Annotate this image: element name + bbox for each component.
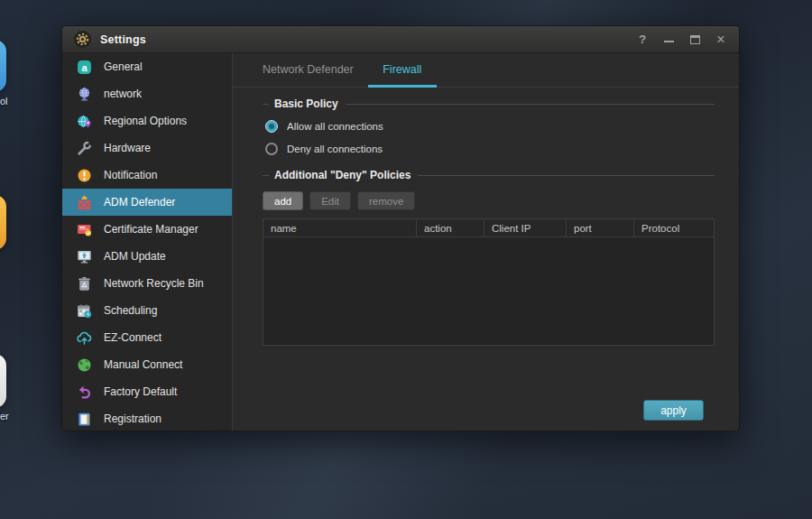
minimize-icon[interactable] — [662, 33, 675, 46]
sidebar-item-adm-update[interactable]: ADM Update — [62, 243, 232, 270]
deny-policy-toolbar: add Edit remove — [263, 191, 715, 210]
network-globe-icon — [77, 87, 92, 102]
factory-default-icon — [77, 385, 92, 400]
apply-button[interactable]: apply — [643, 400, 704, 421]
sidebar-item-label: Scheduling — [104, 304, 157, 317]
sidebar-item-label: General — [104, 60, 143, 73]
radio-label: Deny all connections — [287, 144, 383, 154]
desktop-shortcut-label: er — [0, 411, 9, 422]
desktop-shortcut-label: ol — [0, 96, 8, 107]
settings-window: Settings ? × a General network — [61, 25, 740, 431]
edit-button[interactable]: Edit — [309, 191, 351, 210]
sidebar-item-regional-options[interactable]: Regional Options — [62, 107, 232, 134]
sidebar-item-label: ADM Defender — [104, 196, 175, 209]
column-header-client-ip[interactable]: Client IP — [484, 219, 567, 236]
settings-gear-icon — [74, 31, 91, 48]
column-header-name[interactable]: name — [263, 219, 417, 236]
window-title: Settings — [100, 33, 146, 46]
tab-network-defender[interactable]: Network Defender — [248, 53, 368, 88]
sidebar-item-manual-connect[interactable]: Manual Connect — [62, 351, 232, 378]
window-body: a General network Regional Options — [62, 53, 739, 431]
sidebar-item-factory-default[interactable]: Factory Default — [62, 378, 232, 405]
sidebar-item-label: EZ-Connect — [104, 331, 161, 344]
tab-firewall[interactable]: Firewall — [368, 53, 437, 88]
sidebar-item-notification[interactable]: Notification — [62, 162, 232, 189]
general-icon: a — [77, 60, 92, 75]
sidebar-item-label: Manual Connect — [104, 358, 182, 371]
close-icon[interactable]: × — [715, 33, 727, 46]
column-header-port[interactable]: port — [567, 219, 634, 236]
certificate-manager-icon — [77, 222, 92, 237]
svg-text:a: a — [81, 61, 88, 72]
radio-allow-all-connections[interactable]: Allow all connections — [265, 120, 715, 133]
radio-unselected-icon[interactable] — [265, 143, 278, 155]
settings-content: Network Defender Firewall Basic Policy A… — [233, 53, 739, 431]
sidebar-item-scheduling[interactable]: Scheduling — [62, 297, 232, 324]
sidebar-item-label: Hardware — [104, 142, 151, 154]
settings-sidebar: a General network Regional Options — [62, 53, 233, 431]
basic-policy-section-title: Basic Policy — [263, 97, 715, 110]
firewall-pane: Basic Policy Allow all connections Deny … — [233, 88, 739, 346]
table-header-row: name action Client IP port Protocol — [263, 219, 714, 237]
network-recycle-bin-icon — [77, 276, 92, 292]
sidebar-item-general[interactable]: a General — [62, 53, 232, 80]
sidebar-item-label: Network Recycle Bin — [104, 277, 204, 290]
tab-bar: Network Defender Firewall — [233, 53, 739, 88]
deny-policies-section-title: Additional "Deny" Policies — [263, 169, 715, 181]
notification-icon — [77, 168, 92, 183]
column-header-action[interactable]: action — [417, 219, 484, 236]
sidebar-item-label: Notification — [104, 169, 157, 181]
help-icon[interactable]: ? — [636, 33, 649, 46]
ez-connect-icon — [77, 330, 92, 346]
sidebar-item-adm-defender[interactable]: ADM Defender — [62, 189, 232, 216]
titlebar[interactable]: Settings ? × — [62, 26, 739, 53]
sidebar-item-label: Regional Options — [104, 115, 187, 127]
hardware-wrench-icon — [77, 141, 92, 156]
deny-policies-section: Additional "Deny" Policies add Edit remo… — [263, 169, 715, 346]
adm-update-icon — [77, 249, 92, 264]
registration-icon — [77, 412, 92, 427]
sidebar-item-label: Certificate Manager — [104, 223, 198, 236]
sidebar-item-network-recycle-bin[interactable]: Network Recycle Bin — [62, 270, 232, 297]
radio-deny-all-connections[interactable]: Deny all connections — [265, 143, 715, 155]
sidebar-item-label: network — [104, 88, 142, 100]
sidebar-item-certificate-manager[interactable]: Certificate Manager — [62, 216, 232, 243]
desktop-shortcut-icon[interactable] — [0, 40, 6, 92]
deny-policies-table: name action Client IP port Protocol — [263, 218, 715, 346]
sidebar-item-registration[interactable]: Registration — [62, 405, 232, 431]
maximize-icon[interactable] — [688, 33, 701, 46]
desktop-shortcut-icon[interactable] — [0, 354, 6, 408]
regional-options-icon — [77, 114, 92, 129]
sidebar-item-hardware[interactable]: Hardware — [62, 134, 232, 162]
radio-selected-icon[interactable] — [265, 120, 278, 133]
adm-defender-icon — [77, 195, 92, 210]
add-button[interactable]: add — [263, 191, 303, 210]
remove-button[interactable]: remove — [357, 191, 415, 210]
manual-connect-icon — [77, 357, 92, 373]
sidebar-item-label: Registration — [104, 412, 161, 425]
column-header-protocol[interactable]: Protocol — [634, 219, 714, 236]
table-body-empty[interactable] — [263, 237, 714, 345]
window-controls: ? × — [636, 33, 727, 46]
sidebar-item-label: Factory Default — [104, 385, 177, 398]
sidebar-item-network[interactable]: network — [62, 80, 232, 107]
radio-label: Allow all connections — [287, 121, 383, 132]
sidebar-item-label: ADM Update — [104, 250, 166, 263]
desktop-shortcut-icon[interactable] — [0, 195, 6, 250]
scheduling-icon — [77, 303, 92, 319]
sidebar-item-ez-connect[interactable]: EZ-Connect — [62, 324, 232, 351]
